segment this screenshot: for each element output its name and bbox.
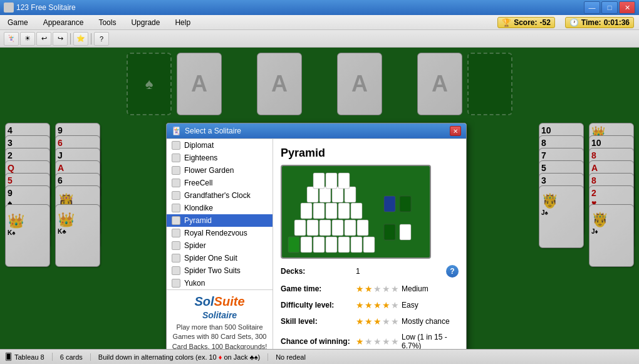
stat-skill: Skill level: ★ ★ ★ ★ ★ Mostly chance (281, 316, 459, 326)
status-rules-text: Build down in alternating colors (ex. 10… (98, 353, 260, 361)
game-detail-panel: Pyramid (273, 139, 466, 349)
score-label: Score: (514, 18, 537, 27)
svg-rect-3 (326, 237, 337, 252)
status-tableau: Tableau 8 (14, 353, 44, 361)
ad-panel: SolSuiteSolitaire Play more than 500 Sol… (167, 289, 273, 349)
svg-rect-5 (351, 237, 362, 252)
dialog-body: Diplomat Eighteens Flower Garden Fr (167, 138, 466, 349)
svg-rect-4 (338, 237, 350, 252)
toolbar-separator2 (91, 33, 91, 44)
game-icon-freecell (172, 179, 180, 187)
menu-upgrade[interactable]: Upgrade (128, 17, 162, 28)
svg-rect-25 (384, 196, 395, 212)
game-item-klondike[interactable]: Klondike (167, 202, 273, 214)
toolbar-new-game[interactable]: 🃏 (4, 32, 19, 46)
skill-stars: ★ ★ ★ ★ ★ (356, 316, 399, 326)
game-icon-diplomat (172, 141, 180, 150)
menu-tools[interactable]: Tools (96, 17, 118, 28)
dialog-overlay: 🃏 Select a Solitaire ✕ Diplomat (0, 48, 639, 349)
status-game-type: 🂠 Tableau 8 (5, 353, 53, 361)
help-button[interactable]: ? (446, 265, 459, 278)
status-bar: 🂠 Tableau 8 6 cards Build down in altern… (0, 349, 639, 364)
toolbar-separator (70, 33, 71, 44)
game-item-spider-one-suit[interactable]: Spider One Suit (167, 252, 273, 264)
minimize-button[interactable]: — (584, 1, 600, 14)
svg-rect-21 (345, 187, 356, 202)
svg-rect-6 (363, 237, 375, 252)
game-icon-spider-one-suit (172, 254, 180, 263)
status-cards-count: 6 cards (60, 353, 83, 361)
svg-rect-8 (307, 220, 318, 236)
game-item-flower-garden[interactable]: Flower Garden (167, 164, 273, 177)
dialog-title-bar: 🃏 Select a Solitaire ✕ (167, 123, 466, 138)
toolbar-undo[interactable]: ↩ (36, 32, 51, 46)
sol-logo: SolSuiteSolitaire (172, 295, 268, 320)
game-icon-yukon (172, 279, 180, 288)
time-display: 🕐 Time: 0:01:36 (565, 17, 634, 28)
stat-game-time: Game time: ★ ★ ★ ★ ★ Medium (281, 284, 459, 294)
toolbar-help[interactable]: ? (94, 32, 109, 46)
toolbar-star[interactable]: ⭐ (73, 32, 88, 46)
stats-section: Decks: 1 ? Game time: ★ ★ ★ (281, 265, 459, 349)
svg-rect-27 (384, 224, 395, 240)
close-button[interactable]: ✕ (619, 1, 635, 14)
game-item-freecell[interactable]: FreeCell (167, 177, 273, 189)
svg-rect-18 (307, 187, 318, 202)
svg-rect-2 (313, 237, 325, 252)
game-item-yukon[interactable]: Yukon (167, 277, 273, 289)
ad-text: Play more than 500 Solitaire Games with … (172, 323, 268, 349)
svg-rect-24 (338, 173, 350, 189)
svg-rect-13 (301, 203, 312, 219)
menu-appearance[interactable]: Appearance (41, 17, 86, 28)
menu-game[interactable]: Game (5, 17, 31, 28)
game-item-spider[interactable]: Spider (167, 239, 273, 252)
svg-rect-10 (332, 220, 343, 236)
stat-chance: Chance of winning: ★ ★ ★ ★ ★ Low (1 in 1… (281, 333, 459, 349)
svg-rect-22 (313, 173, 325, 189)
svg-rect-26 (400, 196, 411, 212)
maximize-button[interactable]: □ (601, 1, 618, 14)
stat-decks: Decks: 1 ? (281, 265, 459, 278)
score-value: -52 (539, 18, 550, 27)
svg-rect-15 (326, 203, 337, 219)
svg-rect-17 (351, 203, 362, 219)
svg-rect-12 (357, 220, 368, 236)
difficulty-stars: ★ ★ ★ ★ ★ (356, 300, 399, 310)
score-icon: 🏆 (502, 18, 511, 27)
svg-rect-19 (320, 187, 331, 202)
status-redeal: No redeal (276, 353, 313, 361)
time-label: Time: (581, 18, 601, 27)
game-icon-klondike (172, 204, 180, 212)
game-item-eighteens[interactable]: Eighteens (167, 152, 273, 164)
game-item-pyramid[interactable]: Pyramid (167, 214, 273, 227)
dialog-icon: 🃏 (172, 127, 181, 135)
game-item-grandfathers-clock[interactable]: Grandfather's Clock (167, 189, 273, 202)
selected-game-title: Pyramid (281, 147, 459, 160)
dialog-close-button[interactable]: ✕ (450, 126, 461, 136)
time-icon: 🕐 (569, 18, 579, 27)
game-item-spider-two-suits[interactable]: Spider Two Suits (167, 264, 273, 277)
game-icon-spider-two-suits (172, 266, 180, 275)
toolbar-sun[interactable]: ☀ (20, 32, 35, 46)
game-icon-pyramid (172, 216, 180, 225)
menu-help[interactable]: Help (172, 17, 193, 28)
game-icon-grandfathers-clock (172, 191, 180, 200)
game-icon-eighteens (172, 153, 180, 162)
svg-rect-16 (338, 203, 350, 219)
svg-rect-14 (313, 203, 325, 219)
status-rules: Build down in alternating colors (ex. 10… (98, 353, 268, 361)
game-time-stars: ★ ★ ★ ★ ★ (356, 284, 399, 294)
toolbar-redo[interactable]: ↪ (53, 32, 68, 46)
svg-rect-7 (294, 220, 306, 236)
svg-rect-20 (332, 187, 343, 202)
game-icon-royal-rendezvous (172, 229, 180, 237)
window-controls: — □ ✕ (584, 1, 635, 14)
select-solitaire-dialog: 🃏 Select a Solitaire ✕ Diplomat (166, 123, 467, 349)
game-item-diplomat[interactable]: Diplomat (167, 139, 273, 152)
game-area: ♠ A A A A 4♠ 3♠ 2♠ Q♥ 5♦ 9♠9♠ 👑K♠ 9♣ 6♥ … (0, 48, 639, 349)
stat-difficulty: Difficulty level: ★ ★ ★ ★ ★ Easy (281, 300, 459, 310)
dialog-title-text: Select a Solitaire (185, 127, 241, 135)
svg-rect-28 (400, 224, 411, 240)
svg-rect-0 (288, 237, 299, 252)
game-item-royal-rendezvous[interactable]: Royal Rendezvous (167, 227, 273, 239)
